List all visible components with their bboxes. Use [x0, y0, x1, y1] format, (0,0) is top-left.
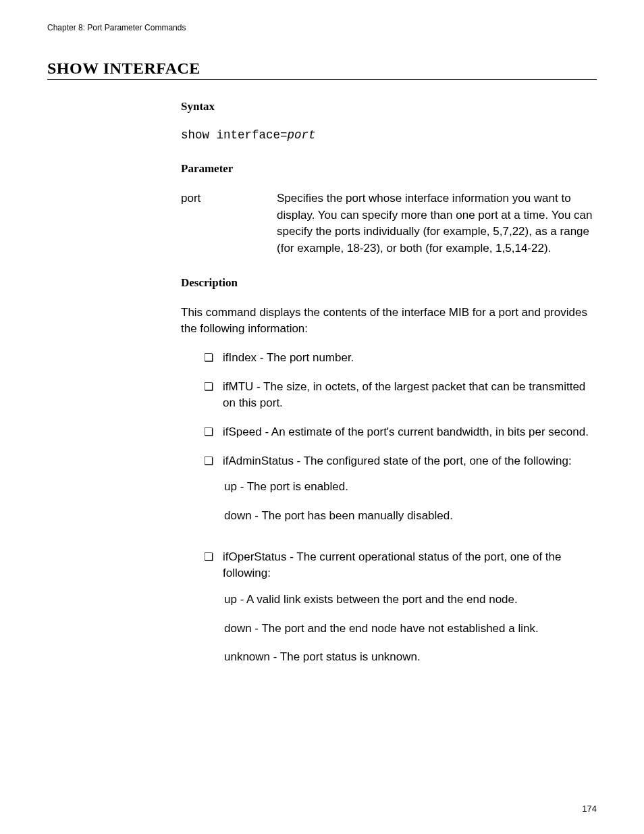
- list-item: ❏ ifIndex - The port number.: [181, 350, 597, 367]
- page-title: SHOW INTERFACE: [47, 59, 597, 78]
- bullet-icon: ❏: [204, 379, 223, 396]
- bullet-icon: ❏: [204, 424, 223, 441]
- list-item-text: ifIndex - The port number.: [223, 350, 597, 367]
- list-item: ❏ ifOperStatus - The current operational…: [181, 549, 597, 678]
- parameter-heading: Parameter: [181, 162, 597, 176]
- description-list: ❏ ifIndex - The port number. ❏ ifMTU - T…: [181, 350, 597, 678]
- sub-list-item: unknown - The port status is unknown.: [224, 649, 597, 666]
- bullet-icon: ❏: [204, 350, 223, 367]
- title-rule: [47, 79, 597, 80]
- syntax-prefix: show interface=: [181, 128, 288, 142]
- content-area: Syntax show interface=port Parameter por…: [181, 100, 597, 678]
- list-item: ❏ ifSpeed - An estimate of the port's cu…: [181, 424, 597, 441]
- sub-list-item: up - A valid link exists between the por…: [224, 592, 597, 608]
- chapter-header: Chapter 8: Port Parameter Commands: [47, 23, 597, 32]
- list-item-text: ifSpeed - An estimate of the port's curr…: [223, 424, 597, 441]
- bullet-icon: ❏: [204, 549, 223, 566]
- sub-list: up - The port is enabled. down - The por…: [223, 479, 597, 524]
- bullet-icon: ❏: [204, 453, 223, 470]
- syntax-heading: Syntax: [181, 100, 597, 113]
- sub-list-item: down - The port has been manually disabl…: [224, 508, 597, 525]
- list-item-body: ifAdminStatus - The configured state of …: [223, 453, 597, 537]
- parameter-row: port Specifies the port whose interface …: [181, 190, 597, 257]
- syntax-command: show interface=port: [181, 128, 597, 142]
- sub-list-item: up - The port is enabled.: [224, 479, 597, 496]
- list-item-body: ifOperStatus - The current operational s…: [223, 549, 597, 678]
- list-item-text: ifOperStatus - The current operational s…: [223, 550, 561, 580]
- description-heading: Description: [181, 276, 597, 290]
- parameter-desc: Specifies the port whose interface infor…: [277, 190, 597, 257]
- list-item: ❏ ifAdminStatus - The configured state o…: [181, 453, 597, 537]
- list-item: ❏ ifMTU - The size, in octets, of the la…: [181, 379, 597, 412]
- list-item-text: ifMTU - The size, in octets, of the larg…: [223, 379, 597, 412]
- description-intro: This command displays the contents of th…: [181, 305, 597, 338]
- sub-list-item: down - The port and the end node have no…: [224, 621, 597, 637]
- list-item-text: ifAdminStatus - The configured state of …: [223, 454, 572, 467]
- parameter-name: port: [181, 190, 277, 207]
- sub-list: up - A valid link exists between the por…: [223, 592, 597, 666]
- page-number: 174: [582, 804, 597, 814]
- syntax-param: port: [288, 128, 316, 142]
